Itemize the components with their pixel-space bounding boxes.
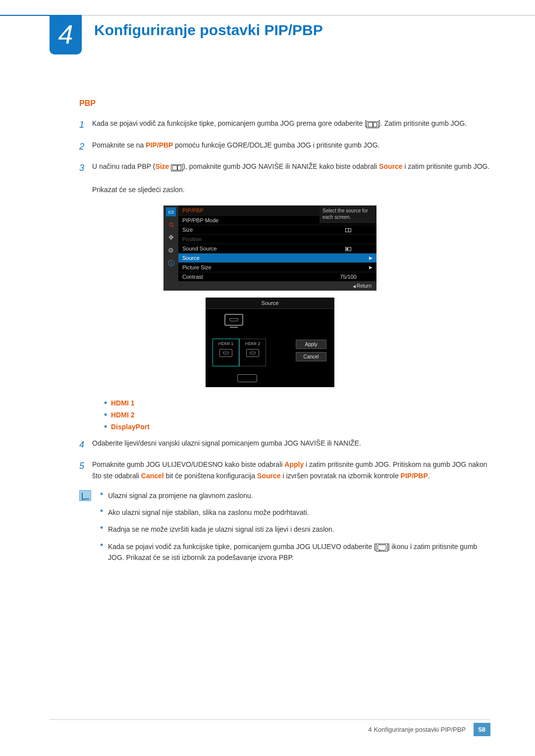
- keyword-pip-pbp: PIP/PBP: [401, 472, 428, 480]
- osd-row-position: Position: [178, 234, 376, 244]
- step-text: U načinu rada PBP (: [92, 162, 155, 170]
- source-cell-right: HDMI 2: [239, 339, 266, 366]
- keyword-cancel: Cancel: [141, 472, 164, 480]
- osd-sidebar: ▭ ⧉ ✥ ⚙ ⓘ: [163, 205, 178, 281]
- cancel-button: Cancel: [296, 352, 326, 361]
- osd-value-icon: [331, 246, 366, 252]
- osd-tab-info-icon: ⓘ: [166, 259, 176, 268]
- osd-label: Source: [182, 255, 331, 261]
- note-item: Kada se pojavi vodič za funkcijske tipke…: [100, 541, 490, 563]
- osd-row-sound-source: Sound Source: [178, 244, 376, 253]
- monitor-icon: [224, 314, 243, 326]
- osd-row-contrast: Contrast 75/100: [178, 272, 376, 281]
- keyword-pip-pbp: PIP/PBP: [146, 141, 173, 149]
- step-text: Odaberite lijevi/desni vanjski ulazni si…: [92, 438, 490, 453]
- source-label: HDMI 1: [218, 341, 234, 346]
- osd-label: Position: [182, 236, 331, 242]
- note-item: Ulazni signal za promjene na glavnom zas…: [100, 490, 490, 501]
- step-text: Pomaknite se na: [92, 141, 146, 149]
- osd-hint-text: Select the source for each screen.: [320, 205, 376, 223]
- step-text: .: [428, 472, 430, 480]
- pbp-split-icon: [367, 121, 378, 128]
- keyword-source: Source: [379, 162, 402, 170]
- osd-label: Picture Size: [182, 264, 331, 270]
- source-dialog-screenshot: Source HDMI 1 HDMI 2 Apply Cancel: [206, 298, 334, 387]
- osd-label: Contrast: [182, 274, 331, 280]
- osd-label: Size: [182, 227, 331, 233]
- note-item: Ako ulazni signal nije stabilan, slika n…: [100, 507, 490, 518]
- source-dialog-title: Source: [206, 298, 334, 309]
- keyword-source: Source: [257, 472, 280, 480]
- step-number: 2: [79, 140, 92, 154]
- source-label: HDMI 2: [245, 341, 261, 346]
- osd-label: Sound Source: [182, 246, 331, 252]
- step-text: ), pomaknite gumb JOG NAVIŠE ili NANIŽE …: [183, 162, 379, 170]
- section-heading-pbp: PBP: [79, 99, 490, 108]
- osd-value-icon: [331, 227, 366, 233]
- osd-tab-picture-icon: ▭: [166, 207, 176, 216]
- step-text: Pomaknite gumb JOG ULIJEVO/UDESNO kako b…: [92, 460, 284, 468]
- step-number: 3: [79, 161, 92, 195]
- osd-tab-settings-icon: ⚙: [166, 246, 176, 255]
- osd-tab-image-icon: ⧉: [166, 220, 176, 229]
- osd-tab-move-icon: ✥: [166, 233, 176, 242]
- step-2: 2 Pomaknite se na PIP/PBP pomoću funkcij…: [79, 140, 490, 154]
- note-block: Ulazni signal za promjene na glavnom zas…: [79, 490, 490, 569]
- step-text: ]. Zatim pritisnite gumb JOG.: [378, 119, 467, 127]
- step-text: Kada se pojavi vodič za funkcijske tipke…: [92, 119, 367, 127]
- note-text: Kada se pojavi vodič za funkcijske tipke…: [108, 543, 376, 551]
- step-number: 1: [79, 118, 92, 133]
- note-icon: [79, 490, 91, 501]
- osd-label: PIP/PBP Mode: [182, 217, 331, 223]
- source-option-hdmi2: HDMI 2: [104, 411, 490, 419]
- step-number: 4: [79, 438, 92, 453]
- jog-controller-icon: [237, 374, 257, 382]
- step-text: i izvršen povratak na izbornik kontrole: [281, 472, 401, 480]
- osd-value: 75/100: [331, 274, 366, 280]
- page-footer: 4 Konfiguriranje postavki PIP/PBP 58: [50, 719, 490, 736]
- osd-menu-screenshot: ▭ ⧉ ✥ ⚙ ⓘ Select the source for each scr…: [163, 205, 376, 291]
- chapter-header: 4 Konfiguriranje postavki PIP/PBP: [0, 15, 535, 54]
- step-text: i zatim pritisnite gumb JOG.: [403, 162, 490, 170]
- step-number: 5: [79, 459, 92, 482]
- chapter-number-badge: 4: [50, 15, 82, 54]
- step-text: pomoću funkcije GORE/DOLJE gumba JOG i p…: [173, 141, 379, 149]
- return-icon: [376, 544, 388, 552]
- step-4: 4 Odaberite lijevi/desni vanjski ulazni …: [79, 438, 490, 453]
- source-option-list: HDMI 1 HDMI 2 DisplayPort: [104, 399, 490, 431]
- pbp-split-icon: [171, 164, 183, 171]
- step-text: Prikazat će se sljedeći zaslon.: [92, 186, 185, 194]
- step-text: bit će poništena konfiguracija: [164, 472, 257, 480]
- source-option-displayport: DisplayPort: [104, 423, 490, 431]
- monitor-mini-icon: [246, 349, 259, 357]
- page-number: 58: [474, 723, 490, 736]
- osd-row-source-selected: Source ▶: [178, 253, 376, 262]
- note-item: Radnja se ne može izvršiti kada je ulazn…: [100, 524, 490, 535]
- osd-row-picture-size: Picture Size ▶: [178, 262, 376, 272]
- osd-return-hint: Return: [163, 281, 376, 291]
- chevron-right-icon: ▶: [366, 255, 373, 260]
- keyword-apply: Apply: [284, 460, 304, 468]
- source-option-hdmi1: HDMI 1: [104, 399, 490, 407]
- footer-text: 4 Konfiguriranje postavki PIP/PBP: [369, 726, 466, 733]
- step-5: 5 Pomaknite gumb JOG ULIJEVO/UDESNO kako…: [79, 459, 490, 482]
- osd-row-size: Size: [178, 225, 376, 234]
- step-1: 1 Kada se pojavi vodič za funkcijske tip…: [79, 118, 490, 133]
- keyword-size: Size: [155, 162, 169, 170]
- step-3: 3 U načinu rada PBP (Size ), pomaknite g…: [79, 161, 490, 195]
- chapter-title: Konfiguriranje postavki PIP/PBP: [94, 22, 323, 39]
- chevron-right-icon: ▶: [366, 265, 373, 270]
- source-cell-left: HDMI 1: [213, 339, 239, 366]
- monitor-mini-icon: [219, 349, 232, 357]
- apply-button: Apply: [296, 340, 326, 349]
